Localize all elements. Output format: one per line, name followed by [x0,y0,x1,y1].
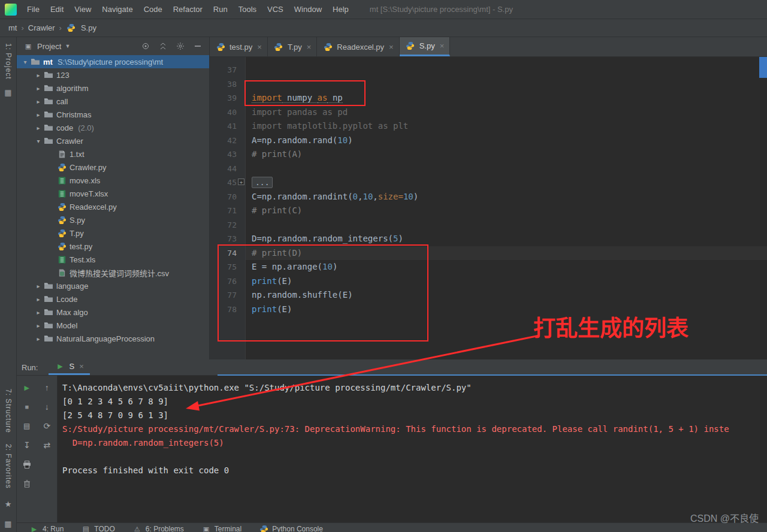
chevron-collapsed-icon[interactable]: ▸ [34,125,43,131]
stripe-structure-button[interactable]: 7: Structure [4,389,13,433]
printer-button[interactable] [20,458,34,470]
scrollbar-marker[interactable] [759,57,767,78]
close-icon[interactable]: × [79,362,84,371]
stripe-project-button[interactable]: 1: Project [4,43,13,80]
tree-item[interactable]: moveT.xlsx [17,187,209,200]
code-line[interactable]: ... [246,176,767,190]
code-line[interactable] [246,218,767,232]
code-line[interactable]: print(E) [246,274,767,289]
tree-item[interactable]: ▸NaturalLanguageProcession [17,332,209,345]
fold-icon[interactable]: + [238,179,244,185]
close-icon[interactable]: × [307,43,312,52]
code-line[interactable]: A=np.random.rand(10) [246,134,767,148]
tab-T.py[interactable]: T.py× [268,37,317,56]
tree-item[interactable]: ▸algorithm [17,81,209,95]
code-line[interactable]: E = np.arange(10) [246,260,767,274]
tree-item[interactable]: ▸Christmas [17,108,209,121]
tab-S.py[interactable]: S.py× [400,37,451,56]
tree-item[interactable]: 微博热搜关键词词频统计.csv [17,266,209,279]
tree-item[interactable]: ▸Lcode [17,292,209,306]
tab-test.py[interactable]: test.py× [210,37,268,56]
menu-view[interactable]: View [69,2,96,17]
code-line[interactable]: import matplotlib.pyplot as plt [246,119,767,134]
tree-item[interactable]: test.py [17,240,209,253]
chevron-down-icon[interactable]: ▼ [65,43,70,49]
run-tab-s[interactable]: ▶ S × [49,359,89,375]
code-line[interactable]: # print(C) [246,204,767,218]
wrap-button[interactable]: ⇄ [40,439,53,451]
tree-item[interactable]: ▸123 [17,68,209,81]
tree-item[interactable]: 1.txt [17,147,209,161]
tree-item[interactable]: ▾Crawler [17,134,209,147]
menu-tools[interactable]: Tools [233,2,262,17]
code-line[interactable]: D=np.random.random_integers(5) [246,232,767,246]
trash-button[interactable] [20,477,34,489]
tab-Readexcel.py[interactable]: Readexcel.py× [317,37,399,56]
stop-button[interactable]: ■ [20,401,34,413]
hide-panel-icon[interactable] [192,43,203,50]
code-line[interactable]: C=np.random.randint(0,10,size=10) [246,190,767,204]
tool-switcher-icon[interactable]: ▦ [4,519,11,528]
menu-window[interactable]: Window [289,2,327,17]
run-console[interactable]: T:\Anaconda\envs\cv5aiit\python.exe "S:/… [58,376,767,522]
layout-button[interactable]: ▤ [20,420,34,432]
menu-refactor[interactable]: Refactor [168,2,208,17]
tree-item[interactable]: ▸language [17,279,209,292]
toolwindow-terminal[interactable]: ▣Terminal [201,523,241,532]
code-line[interactable]: import pandas as pd [246,105,767,120]
code-line[interactable] [246,63,767,77]
scrollend-button[interactable]: ↧ [20,439,34,451]
breadcrumb-item[interactable]: Crawler [28,23,55,32]
toolwindow-todo[interactable]: ▤TODO [80,523,114,532]
menu-code[interactable]: Code [138,2,168,17]
tree-item[interactable]: Crawler.py [17,161,209,174]
chevron-collapsed-icon[interactable]: ▸ [34,283,43,289]
close-icon[interactable]: × [389,43,394,52]
tree-item[interactable]: ▾mtS:\Study\picture processing\mt [17,55,209,68]
up-button[interactable]: ↑ [40,382,53,394]
chevron-collapsed-icon[interactable]: ▸ [34,111,43,118]
chevron-collapsed-icon[interactable]: ▸ [34,98,43,105]
tree-item[interactable]: Readexcel.py [17,200,209,213]
tool-window-icon[interactable]: ▦ [4,88,11,97]
code-line[interactable] [246,162,767,176]
close-icon[interactable]: × [257,43,262,52]
menu-help[interactable]: Help [327,2,354,17]
code-line[interactable] [246,77,767,92]
chevron-collapsed-icon[interactable]: ▸ [34,85,43,92]
play-button[interactable]: ▶ [20,382,34,394]
stripe-favorites-button[interactable]: 2: Favorites [4,444,13,489]
tree-item[interactable]: S.py [17,213,209,226]
menu-navigate[interactable]: Navigate [96,2,138,17]
tree-item[interactable]: ▸Model [17,319,209,332]
code-line[interactable]: print(E) [246,303,767,317]
tree-item[interactable]: T.py [17,226,209,240]
code-line[interactable]: import numpy as np [246,91,767,105]
menu-file[interactable]: File [22,2,45,17]
down-button[interactable]: ↓ [40,401,53,413]
code-line[interactable]: # print(D) [246,246,767,261]
gear-icon[interactable] [175,42,186,50]
locate-icon[interactable] [140,42,151,50]
chevron-collapsed-icon[interactable]: ▸ [34,72,43,78]
chevron-collapsed-icon[interactable]: ▸ [34,335,43,342]
tree-item[interactable]: move.xls [17,174,209,187]
toolwindow-python-console[interactable]: Python Console [258,523,323,532]
toolwindow-4-run[interactable]: ▶4: Run [29,523,64,532]
rerun-button[interactable]: ⟳ [40,420,53,432]
toolwindow-6-problems[interactable]: ⚠6: Problems [132,523,184,532]
chevron-collapsed-icon[interactable]: ▸ [34,322,43,329]
editor-code[interactable]: import numpy as npimport pandas as pdimp… [246,57,767,359]
favorites-star-icon[interactable]: ★ [5,500,12,509]
tree-item[interactable]: ▸call [17,95,209,108]
menu-run[interactable]: Run [208,2,233,17]
chevron-expanded-icon[interactable]: ▾ [20,59,30,65]
code-line[interactable]: np.random.shuffle(E) [246,288,767,303]
chevron-expanded-icon[interactable]: ▾ [34,138,43,144]
breadcrumb-item[interactable]: mt [8,23,17,32]
tree-item[interactable]: ▸Max algo [17,306,209,319]
chevron-collapsed-icon[interactable]: ▸ [34,309,43,316]
code-line[interactable]: # print(A) [246,147,767,162]
close-icon[interactable]: × [440,41,445,50]
collapse-all-icon[interactable] [158,42,168,50]
